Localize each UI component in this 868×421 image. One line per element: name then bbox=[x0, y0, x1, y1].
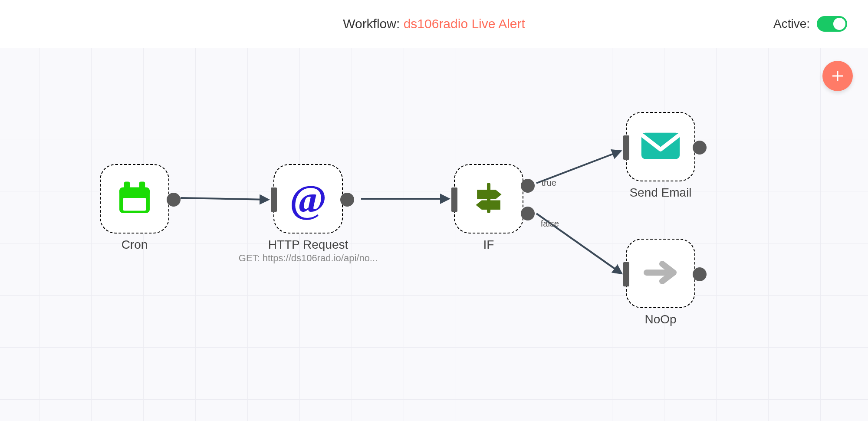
node-if-box[interactable]: true false bbox=[454, 164, 523, 234]
output-port-false[interactable] bbox=[521, 207, 535, 220]
output-port[interactable] bbox=[693, 267, 707, 281]
active-toggle[interactable] bbox=[817, 16, 847, 32]
node-email-label: Send Email bbox=[629, 186, 691, 200]
node-http-label: HTTP Request bbox=[268, 238, 349, 252]
output-port-true[interactable] bbox=[521, 179, 535, 193]
node-if-label: IF bbox=[483, 238, 494, 252]
node-cron-box[interactable] bbox=[100, 164, 169, 234]
node-noop-box[interactable] bbox=[626, 239, 695, 308]
node-noop-label: NoOp bbox=[644, 312, 676, 326]
signpost-icon bbox=[470, 179, 507, 218]
svg-rect-3 bbox=[124, 181, 130, 192]
at-sign-icon: @ bbox=[289, 179, 327, 219]
svg-rect-5 bbox=[123, 198, 146, 211]
node-http-sublabel: GET: https://ds106rad.io/api/no... bbox=[239, 253, 378, 264]
output-port[interactable] bbox=[693, 141, 707, 155]
workflow-canvas[interactable]: Cron @ HTTP Request GET: https://ds106ra… bbox=[0, 48, 868, 421]
node-email-box[interactable] bbox=[626, 112, 695, 181]
svg-rect-2 bbox=[119, 187, 150, 196]
toggle-knob bbox=[833, 18, 845, 30]
workflow-name[interactable]: ds106radio Live Alert bbox=[404, 16, 525, 31]
edge-cron-http bbox=[181, 198, 268, 200]
input-port[interactable] bbox=[623, 262, 629, 286]
input-port[interactable] bbox=[451, 187, 457, 212]
svg-rect-4 bbox=[139, 181, 145, 192]
active-label: Active: bbox=[773, 17, 810, 31]
active-toggle-wrap: Active: bbox=[773, 16, 847, 32]
node-http-box[interactable]: @ bbox=[273, 164, 343, 234]
node-noop[interactable]: NoOp bbox=[626, 239, 695, 326]
node-cron[interactable]: Cron bbox=[100, 164, 169, 252]
node-if[interactable]: true false IF bbox=[454, 164, 523, 252]
plus-icon bbox=[830, 68, 845, 84]
output-port[interactable] bbox=[167, 193, 181, 207]
node-http[interactable]: @ HTTP Request GET: https://ds106rad.io/… bbox=[273, 164, 343, 264]
output-label-true: true bbox=[542, 178, 556, 188]
output-label-false: false bbox=[541, 219, 559, 229]
input-port[interactable] bbox=[271, 187, 277, 212]
input-port[interactable] bbox=[623, 135, 629, 160]
workflow-title: Workflow: ds106radio Live Alert bbox=[343, 16, 525, 31]
calendar-icon bbox=[116, 179, 153, 218]
arrow-right-icon bbox=[643, 260, 678, 287]
add-node-button[interactable] bbox=[822, 61, 853, 91]
node-send-email[interactable]: Send Email bbox=[626, 112, 695, 200]
workflow-prefix: Workflow: bbox=[343, 16, 403, 31]
envelope-icon bbox=[641, 131, 681, 162]
output-port[interactable] bbox=[340, 193, 354, 207]
header: Workflow: ds106radio Live Alert Active: bbox=[0, 0, 868, 48]
node-cron-label: Cron bbox=[122, 238, 148, 252]
